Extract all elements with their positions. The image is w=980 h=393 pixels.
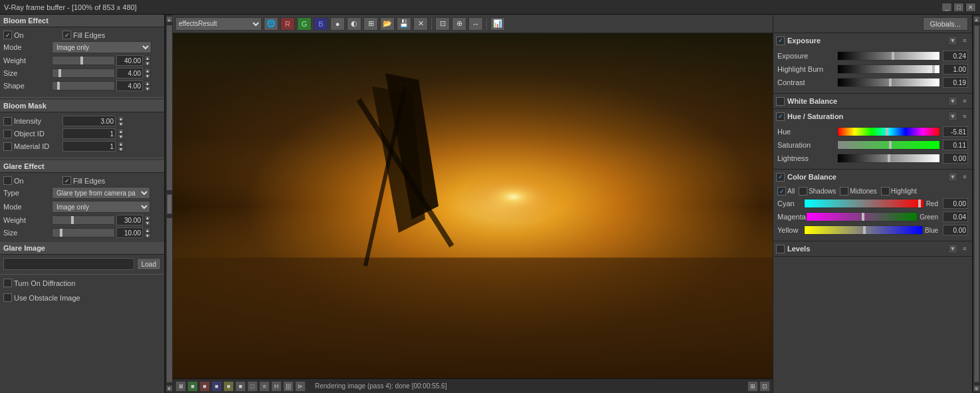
lightness-thumb[interactable] <box>888 154 890 162</box>
bloom-fill-edges-checkbox[interactable] <box>62 31 71 39</box>
exposure-collapse[interactable]: ▼ <box>948 36 957 45</box>
glare-weight-thumb[interactable] <box>71 216 74 224</box>
glare-size-down[interactable]: ▼ <box>144 233 151 238</box>
hue-value-input[interactable] <box>943 126 968 137</box>
glare-image-input[interactable] <box>3 258 134 270</box>
scroll-thumb[interactable] <box>167 194 172 214</box>
shadows-checkbox[interactable] <box>799 187 807 196</box>
intensity-checkbox[interactable] <box>3 117 12 126</box>
cyan-red-thumb[interactable] <box>918 199 921 207</box>
folder-open-btn[interactable]: 📂 <box>380 17 395 31</box>
mag-green-thumb[interactable] <box>862 213 864 221</box>
histogram-btn[interactable]: 📊 <box>490 17 505 31</box>
glare-on-checkbox[interactable] <box>3 176 12 185</box>
lightness-value-input[interactable] <box>943 153 968 164</box>
status-icon-3[interactable]: ■ <box>199 381 210 392</box>
white-balance-menu[interactable]: ≡ <box>960 96 969 106</box>
status-icon-4[interactable]: ■ <box>211 381 222 392</box>
hue-sat-menu[interactable]: ≡ <box>960 112 969 121</box>
status-icon-7[interactable]: □ <box>247 381 258 392</box>
intensity-down[interactable]: ▼ <box>118 121 124 126</box>
bloom-shape-thumb[interactable] <box>57 82 60 90</box>
materialid-down[interactable]: ▼ <box>118 146 124 152</box>
saturation-value-input[interactable] <box>943 140 968 150</box>
bloom-size-input[interactable] <box>116 68 143 78</box>
exposure-checkbox[interactable] <box>776 37 785 45</box>
bloom-size-down[interactable]: ▼ <box>144 73 151 78</box>
minimize-button[interactable]: _ <box>941 3 952 12</box>
contrast-slider[interactable] <box>837 78 940 87</box>
save-btn[interactable]: 💾 <box>397 17 411 31</box>
hue-slider[interactable] <box>837 127 940 136</box>
status-icon-8[interactable]: ≡ <box>259 381 270 392</box>
contrast-value-input[interactable] <box>943 77 968 88</box>
bloom-shape-input[interactable] <box>116 80 143 91</box>
red-channel-btn[interactable]: R <box>280 17 295 31</box>
bloom-weight-thumb[interactable] <box>80 57 83 65</box>
status-right-icon-1[interactable]: ⊞ <box>747 381 758 392</box>
glare-fill-edges-checkbox[interactable] <box>62 176 71 185</box>
hue-sat-collapse[interactable]: ▼ <box>948 112 957 121</box>
diffraction-checkbox[interactable] <box>3 279 12 287</box>
cyan-red-input[interactable] <box>943 198 968 209</box>
intensity-up[interactable]: ▲ <box>118 116 124 121</box>
maximize-button[interactable]: □ <box>953 3 964 12</box>
bloom-weight-down[interactable]: ▼ <box>144 61 151 66</box>
glare-size-track[interactable] <box>52 228 115 237</box>
levels-checkbox[interactable] <box>776 245 785 253</box>
glare-size-thumb[interactable] <box>60 229 62 237</box>
bloom-on-checkbox[interactable] <box>3 31 12 39</box>
color-balance-collapse[interactable]: ▼ <box>948 172 957 182</box>
status-icon-11[interactable]: ⊳ <box>295 381 306 392</box>
objectid-up[interactable]: ▲ <box>118 128 124 134</box>
bloom-size-thumb[interactable] <box>58 69 61 77</box>
materialid-input[interactable] <box>62 141 116 152</box>
half-circle-btn[interactable]: ◐ <box>347 17 361 31</box>
objectid-checkbox[interactable] <box>3 130 12 138</box>
bloom-shape-up[interactable]: ▲ <box>144 80 151 86</box>
glare-weight-input[interactable] <box>116 215 143 225</box>
globals-button[interactable]: Globals... <box>923 17 968 31</box>
globe-icon-btn[interactable]: 🌐 <box>264 17 278 31</box>
scroll-up-arrow[interactable]: ▲ <box>166 16 173 23</box>
clear-btn[interactable]: ✕ <box>413 17 428 31</box>
status-icon-2[interactable]: ■ <box>187 381 198 392</box>
exposure-slider[interactable] <box>837 51 940 61</box>
blue-channel-btn[interactable]: B <box>314 17 328 31</box>
cyan-red-slider[interactable] <box>804 199 924 208</box>
zoom-fit-btn[interactable]: ⊡ <box>435 17 450 31</box>
white-balance-collapse[interactable]: ▼ <box>948 96 957 106</box>
glare-size-input[interactable] <box>116 227 143 238</box>
status-icon-1[interactable]: 🖥 <box>175 381 186 392</box>
right-scroll-down[interactable]: ▼ <box>973 385 980 392</box>
yel-blue-input[interactable] <box>943 225 968 235</box>
materialid-up[interactable]: ▲ <box>118 141 124 146</box>
status-icon-5[interactable]: ■ <box>223 381 234 392</box>
objectid-input[interactable] <box>62 128 116 139</box>
mag-green-input[interactable] <box>943 211 968 222</box>
color-balance-checkbox[interactable] <box>776 173 785 182</box>
bloom-shape-down[interactable]: ▼ <box>144 86 151 91</box>
bloom-size-up[interactable]: ▲ <box>144 68 151 73</box>
scroll-down-arrow[interactable]: ▼ <box>166 385 173 392</box>
all-checkbox[interactable] <box>777 187 786 196</box>
glare-weight-track[interactable] <box>52 215 115 225</box>
midtones-checkbox[interactable] <box>840 187 848 196</box>
bloom-shape-track[interactable] <box>52 81 115 90</box>
mag-green-slider[interactable] <box>806 212 918 221</box>
bloom-weight-track[interactable] <box>52 56 115 65</box>
levels-menu[interactable]: ≡ <box>960 244 969 253</box>
close-button[interactable]: ✕ <box>965 3 976 12</box>
contrast-thumb[interactable] <box>889 78 892 86</box>
white-balance-checkbox[interactable] <box>776 97 785 106</box>
yel-blue-thumb[interactable] <box>863 226 866 234</box>
glare-type-dropdown[interactable]: Glare type from camera pa Star Circular <box>52 187 150 199</box>
saturation-slider[interactable] <box>837 140 940 150</box>
objectid-down[interactable]: ▼ <box>118 134 124 139</box>
zoom-in-btn[interactable]: ⊕ <box>452 17 466 31</box>
pan-btn[interactable]: ↔ <box>468 17 483 31</box>
highlight-slider[interactable] <box>837 65 940 74</box>
highlight-cb-checkbox[interactable] <box>881 187 890 196</box>
bloom-weight-input[interactable] <box>116 55 143 66</box>
glare-size-up[interactable]: ▲ <box>144 227 151 233</box>
